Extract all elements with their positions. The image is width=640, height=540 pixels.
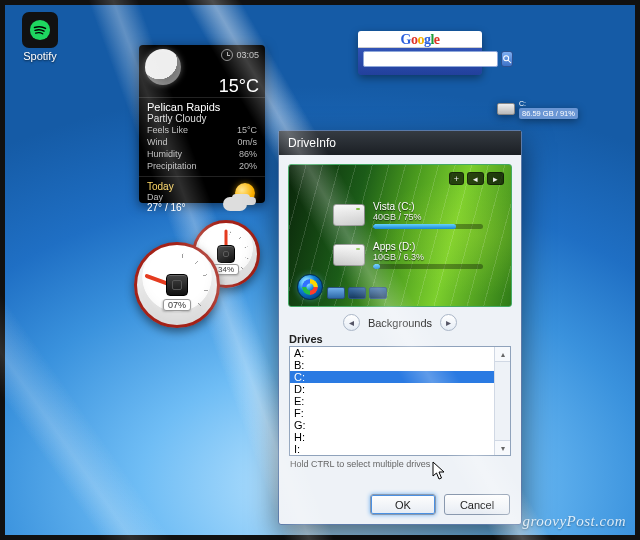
backgrounds-label: Backgrounds [368,317,432,329]
drive-list-item[interactable]: C: [290,371,494,383]
preview-drive-item: Vista (C:)40GB / 75% [333,201,483,229]
weather-row: Precipitation20% [147,160,257,172]
drive-list-item[interactable]: A: [290,347,494,359]
scroll-down-button[interactable]: ▾ [495,440,510,455]
gauge-cpu-value: 07% [163,299,191,311]
drive-mini-caption: 86.59 GB / 91% [519,108,578,119]
forecast-label: Today [147,181,186,192]
preview-add-button[interactable]: + [449,172,464,185]
drive-icon [333,244,365,266]
google-search-gadget[interactable]: Google [358,31,482,75]
google-search-button[interactable] [501,51,513,67]
google-search-input[interactable] [363,51,498,67]
drive-mini-label: C: [519,100,578,107]
forecast-period: Day [147,192,186,202]
drive-list-item[interactable]: I: [290,443,494,455]
ok-button[interactable]: OK [370,494,436,515]
drive-list-item[interactable]: G: [290,419,494,431]
hint-text: Hold CTRL to select multiple drives [290,459,510,469]
dialog-title[interactable]: DriveInfo [279,131,521,155]
google-logo: Google [358,31,482,48]
drive-icon [333,204,365,226]
gauge-hub-icon [217,245,235,263]
spotify-icon [22,12,58,48]
drive-list-item[interactable]: H: [290,431,494,443]
temperature: 15°C [219,76,259,97]
start-orb-icon [297,274,323,300]
weather-row: Humidity86% [147,148,257,160]
drive-list-item[interactable]: B: [290,359,494,371]
drive-mini-gadget[interactable]: C: 86.59 GB / 91% [497,99,585,119]
moon-icon [145,49,181,85]
gauge-cpu[interactable]: 07% [134,242,220,328]
preview-taskbar [327,287,387,299]
watermark: groovyPost.com [522,513,626,530]
gauge-hub-icon [166,274,188,296]
preview-prev-button[interactable]: ◂ [467,172,484,185]
drive-list-item[interactable]: F: [290,407,494,419]
disk-icon [497,103,515,115]
drives-section-label: Drives [289,333,511,345]
preview-next-button[interactable]: ▸ [487,172,504,185]
preview-drive-item: Apps (D:)10GB / 6.3% [333,241,483,269]
weather-gadget[interactable]: 03:05 15°C Pelican Rapids Partly Cloudy … [139,45,265,203]
weather-condition: Partly Cloudy [147,113,257,124]
weather-row: Wind0m/s [147,136,257,148]
weather-row: Feels Like15°C [147,124,257,136]
cancel-button[interactable]: Cancel [444,494,510,515]
background-prev-button[interactable]: ◂ [343,314,360,331]
svg-line-2 [508,60,511,63]
scrollbar[interactable]: ▴ ▾ [494,347,510,455]
preview-pane: + ◂ ▸ Vista (C:)40GB / 75%Apps (D:)10GB … [288,164,512,307]
sun-cloud-icon [223,183,257,211]
weather-location: Pelican Rapids [147,101,257,113]
scroll-up-button[interactable]: ▴ [495,347,510,362]
desktop-icon-label: Spotify [12,50,68,62]
forecast-highlow: 27° / 16° [147,202,186,213]
drive-list-item[interactable]: D: [290,383,494,395]
background-next-button[interactable]: ▸ [440,314,457,331]
drive-list-item[interactable]: E: [290,395,494,407]
clock-readout: 03:05 [221,49,259,61]
driveinfo-dialog: DriveInfo + ◂ ▸ Vista (C:)40GB / 75%Apps… [278,130,522,525]
desktop-icon-spotify[interactable]: Spotify [12,12,68,62]
drives-listbox[interactable]: A:B:C:D:E:F:G:H:I:J: ▴ ▾ [289,346,511,456]
